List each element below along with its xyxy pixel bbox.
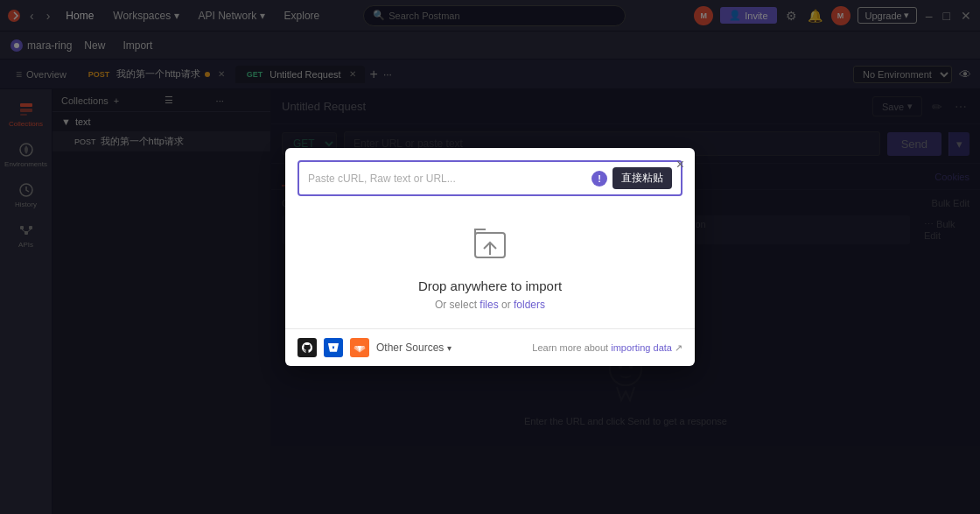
modal-footer: Other Sources ▾ Learn more about importi…: [285, 328, 695, 366]
folders-link[interactable]: folders: [514, 299, 545, 311]
gitlab-icon[interactable]: [350, 338, 369, 357]
bitbucket-icon[interactable]: [324, 338, 343, 357]
drop-icon: [468, 222, 512, 273]
modal-drop-area: Drop anywhere to import Or select files …: [285, 196, 695, 328]
modal-close-button[interactable]: ×: [676, 157, 684, 173]
importing-data-link[interactable]: importing data: [611, 342, 672, 353]
other-sources-button[interactable]: Other Sources ▾: [376, 341, 452, 354]
tooltip-bubble: 直接粘贴: [612, 167, 672, 189]
modal-paste-input[interactable]: [308, 173, 586, 185]
github-icon[interactable]: [298, 338, 317, 357]
modal-input-wrapper: ! 直接粘贴: [298, 160, 682, 196]
drop-title: Drop anywhere to import: [418, 278, 562, 293]
drop-subtitle: Or select files or folders: [435, 299, 545, 311]
modal-input-area: ! 直接粘贴: [285, 148, 695, 196]
modal-overlay: × ! 直接粘贴 Drop anywhere to import Or s: [0, 0, 980, 514]
chevron-down-icon: ▾: [447, 343, 452, 353]
import-modal: × ! 直接粘贴 Drop anywhere to import Or s: [285, 148, 695, 366]
files-link[interactable]: files: [480, 299, 498, 311]
import-link-area: Learn more about importing data ↗: [532, 342, 682, 354]
info-badge[interactable]: !: [592, 171, 607, 187]
